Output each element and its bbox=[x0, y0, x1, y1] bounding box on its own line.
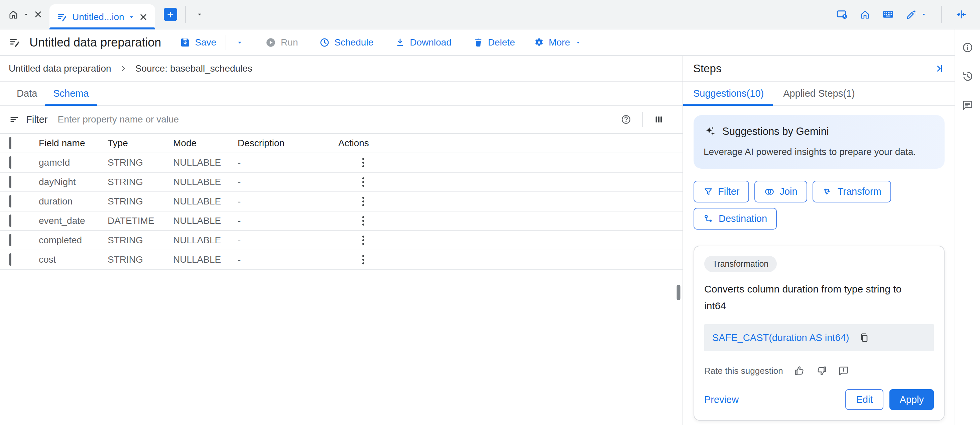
info-icon[interactable] bbox=[962, 42, 974, 54]
row-actions-menu-icon[interactable] bbox=[360, 175, 405, 189]
breadcrumb-root[interactable]: Untitled data preparation bbox=[9, 63, 111, 74]
right-icon-strip bbox=[955, 29, 980, 425]
steps-panel-title: Steps bbox=[693, 62, 721, 75]
cell-type: STRING bbox=[108, 177, 173, 187]
tab-applied-steps[interactable]: Applied Steps(1) bbox=[773, 81, 864, 105]
top-tab-bar: Untitled...ion + bbox=[0, 0, 980, 29]
filter-input[interactable] bbox=[57, 114, 620, 125]
panel-collapse-icon[interactable] bbox=[934, 63, 945, 74]
gemini-banner-title: Suggestions by Gemini bbox=[722, 126, 829, 137]
apply-button[interactable]: Apply bbox=[889, 389, 934, 410]
row-checkbox[interactable] bbox=[10, 234, 11, 246]
filter-divider bbox=[643, 112, 643, 127]
tab-suggestions[interactable]: Suggestions(10) bbox=[683, 81, 773, 105]
suggestion-code[interactable]: SAFE_CAST(duration AS int64) bbox=[712, 332, 849, 344]
cell-field-name: dayNight bbox=[39, 177, 108, 187]
schedule-button[interactable]: Schedule bbox=[319, 37, 373, 48]
transform-action-button[interactable]: Transform bbox=[813, 181, 891, 203]
cell-mode: NULLABLE bbox=[173, 235, 238, 246]
comment-icon[interactable] bbox=[962, 99, 974, 111]
rate-suggestion-row: Rate this suggestion bbox=[704, 365, 934, 377]
schema-table-body: gameIdSTRINGNULLABLE-dayNightSTRINGNULLA… bbox=[0, 153, 682, 270]
row-checkbox[interactable] bbox=[10, 156, 11, 169]
row-checkbox[interactable] bbox=[10, 253, 11, 266]
feedback-icon[interactable] bbox=[838, 365, 849, 377]
suggestion-type-chip: Transformation bbox=[704, 256, 777, 272]
cell-mode: NULLABLE bbox=[173, 254, 238, 265]
cell-mode: NULLABLE bbox=[173, 157, 238, 168]
new-tab-button[interactable]: + bbox=[164, 8, 177, 21]
filter-label: Filter bbox=[26, 114, 48, 125]
tab-label: Untitled...ion bbox=[72, 12, 124, 22]
home-icon[interactable] bbox=[859, 9, 871, 20]
cell-type: STRING bbox=[108, 196, 173, 207]
row-actions-menu-icon[interactable] bbox=[360, 214, 405, 228]
more-button[interactable]: More bbox=[534, 37, 582, 48]
cell-field-name: completed bbox=[39, 235, 108, 246]
home-tab-close-icon[interactable] bbox=[33, 10, 43, 19]
cell-mode: NULLABLE bbox=[173, 196, 238, 207]
page-title: Untitled data preparation bbox=[29, 35, 161, 50]
edit-button[interactable]: Edit bbox=[845, 389, 883, 410]
join-action-button[interactable]: Join bbox=[754, 181, 807, 203]
thumb-down-icon[interactable] bbox=[816, 365, 827, 377]
view-tabs: Data Schema bbox=[0, 81, 682, 106]
cell-field-name: cost bbox=[39, 254, 108, 265]
keyboard-icon[interactable] bbox=[882, 8, 894, 21]
tab-close-icon[interactable] bbox=[138, 12, 148, 22]
row-actions-menu-icon[interactable] bbox=[360, 156, 405, 169]
tab-data[interactable]: Data bbox=[9, 81, 45, 105]
collapse-ui-icon[interactable] bbox=[956, 9, 967, 20]
suggestion-code-block: SAFE_CAST(duration AS int64) bbox=[704, 324, 934, 351]
suggestion-card: Transformation Converts column duration … bbox=[694, 246, 945, 421]
row-checkbox[interactable] bbox=[10, 195, 11, 208]
tabbar-divider bbox=[185, 6, 186, 23]
cell-field-name: gameId bbox=[39, 157, 108, 168]
panel-resize-handle[interactable] bbox=[677, 285, 681, 300]
filter-bar: Filter bbox=[0, 106, 682, 134]
select-all-checkbox[interactable] bbox=[10, 137, 11, 149]
tab-schema[interactable]: Schema bbox=[45, 81, 97, 105]
suggestion-description: Converts column duration from type strin… bbox=[704, 281, 918, 314]
thumb-up-icon[interactable] bbox=[794, 365, 805, 377]
row-checkbox[interactable] bbox=[10, 214, 11, 227]
row-actions-menu-icon[interactable] bbox=[360, 253, 405, 266]
help-icon[interactable] bbox=[620, 114, 632, 125]
tabbar-right-divider bbox=[941, 6, 942, 23]
destination-action-button[interactable]: Destination bbox=[694, 208, 777, 230]
col-header-actions: Actions bbox=[338, 138, 405, 149]
save-options-caret-icon[interactable] bbox=[235, 38, 243, 46]
filter-action-button[interactable]: Filter bbox=[694, 181, 749, 203]
cell-type: STRING bbox=[108, 254, 173, 265]
col-header-field: Field name bbox=[39, 138, 108, 149]
dataprep-icon bbox=[57, 12, 67, 22]
cell-type: STRING bbox=[108, 157, 173, 168]
main-pane: Untitled data preparation Source: baseba… bbox=[0, 56, 683, 425]
home-tab-button[interactable] bbox=[8, 9, 19, 20]
steps-panel-tabs: Suggestions(10) Applied Steps(1) bbox=[683, 81, 955, 106]
cell-description: - bbox=[238, 235, 338, 246]
delete-button[interactable]: Delete bbox=[473, 37, 515, 48]
breadcrumb: Untitled data preparation Source: baseba… bbox=[0, 56, 682, 81]
tab-list-caret-icon[interactable] bbox=[196, 10, 204, 18]
tab-caret-icon[interactable] bbox=[128, 13, 135, 21]
cell-description: - bbox=[238, 254, 338, 265]
columns-icon[interactable] bbox=[654, 115, 664, 125]
preview-link[interactable]: Preview bbox=[704, 394, 739, 405]
row-actions-menu-icon[interactable] bbox=[360, 233, 405, 247]
history-icon[interactable] bbox=[962, 70, 974, 82]
session-device-icon[interactable] bbox=[836, 8, 848, 21]
tab-untitled-data-preparation[interactable]: Untitled...ion bbox=[49, 4, 155, 29]
home-tab-caret-icon[interactable] bbox=[22, 11, 30, 18]
gemini-sparkle-icon bbox=[703, 125, 716, 138]
cell-field-name: duration bbox=[39, 196, 108, 207]
run-button[interactable]: Run bbox=[265, 37, 298, 48]
save-button[interactable]: Save bbox=[180, 37, 216, 48]
download-button[interactable]: Download bbox=[395, 37, 452, 48]
row-actions-menu-icon[interactable] bbox=[360, 195, 405, 208]
row-checkbox[interactable] bbox=[10, 176, 11, 188]
gemini-banner-subtitle: Leverage AI powered insights to prepare … bbox=[703, 147, 935, 157]
gemini-assist-button[interactable] bbox=[905, 8, 928, 21]
copy-icon[interactable] bbox=[859, 332, 870, 343]
cell-description: - bbox=[238, 157, 338, 168]
